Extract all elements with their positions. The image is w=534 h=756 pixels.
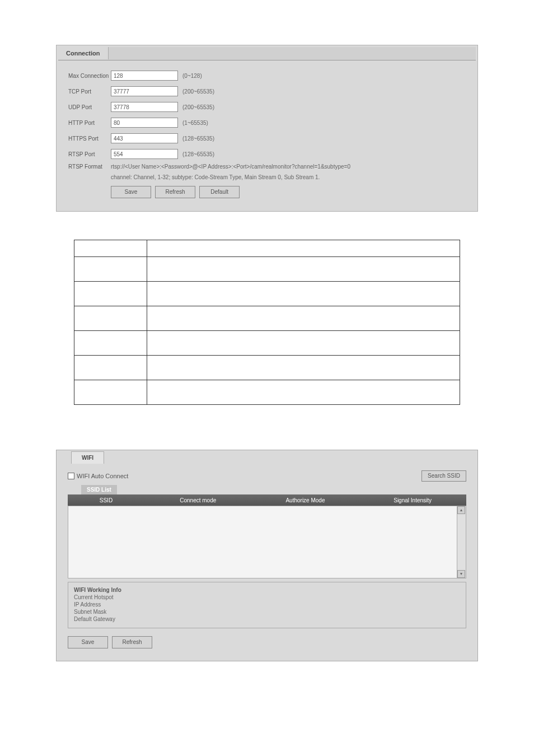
connection-form: Max Connection (0~128) TCP Port (200~655…: [58, 60, 476, 209]
refresh-button[interactable]: Refresh: [155, 186, 195, 198]
wifi-refresh-button[interactable]: Refresh: [112, 636, 152, 648]
table-cell: [74, 257, 147, 282]
row-max-connection: Max Connection (0~128): [68, 69, 466, 82]
input-max-connection[interactable]: [111, 71, 178, 81]
scroll-down-icon[interactable]: ▾: [457, 570, 465, 578]
tab-wifi[interactable]: WIFI: [71, 451, 104, 464]
table-cell: [74, 356, 147, 380]
wifi-working-info: WIFI Working Info Current Hotspot IP Add…: [68, 582, 466, 628]
wifi-top-row: WIFI Auto Connect Search SSID: [68, 470, 466, 482]
label-rtsp-format: RTSP Format: [68, 164, 111, 170]
hint-udp-port: (200~65535): [182, 104, 214, 110]
table-cell: [147, 356, 460, 380]
connection-tab-bar: Connection: [58, 47, 476, 60]
label-udp-port: UDP Port: [68, 104, 111, 110]
table-cell: [74, 306, 147, 331]
wifi-button-row: Save Refresh: [68, 636, 466, 648]
input-udp-port[interactable]: [111, 102, 178, 112]
col-header-authorize-mode: Authorize Mode: [252, 497, 359, 503]
table-row: [74, 380, 460, 405]
input-http-port[interactable]: [111, 118, 178, 128]
hint-tcp-port: (200~65535): [182, 88, 214, 95]
row-http-port: HTTP Port (1~65535): [68, 116, 466, 129]
ssid-table-header: SSID Connect mode Authorize Mode Signal …: [68, 494, 466, 506]
table-row: [74, 331, 460, 356]
wifi-body: WIFI Auto Connect Search SSID SSID List …: [58, 464, 476, 660]
wifi-panel: WIFI WIFI Auto Connect Search SSID SSID …: [56, 450, 478, 661]
wifi-ip-address: IP Address: [74, 601, 460, 608]
parameter-table: [74, 240, 460, 405]
connection-button-row: Save Refresh Default: [111, 186, 466, 198]
checkbox-icon: [68, 473, 74, 479]
table-cell: [147, 306, 460, 331]
table-header-cell: [74, 240, 147, 257]
table-cell: [147, 282, 460, 306]
row-tcp-port: TCP Port (200~65535): [68, 85, 466, 97]
wifi-auto-connect-label: WIFI Auto Connect: [77, 473, 128, 479]
hint-rtsp-port: (128~65535): [182, 151, 214, 157]
table-header-row: [74, 240, 460, 257]
wifi-default-gateway: Default Gateway: [74, 616, 460, 622]
label-https-port: HTTPS Port: [68, 136, 111, 142]
ssid-scrollbar[interactable]: ▴ ▾: [457, 506, 466, 578]
rtsp-format-line1: rtsp://<User Name>:<Password>@<IP Addres…: [111, 164, 350, 170]
table-cell: [74, 331, 147, 356]
table-cell: [147, 380, 460, 405]
hint-max-connection: (0~128): [182, 73, 202, 79]
table-cell: [74, 380, 147, 405]
wifi-auto-connect-checkbox[interactable]: WIFI Auto Connect: [68, 473, 128, 479]
row-rtsp-port: RTSP Port (128~65535): [68, 148, 466, 160]
table-row: [74, 356, 460, 380]
col-header-signal-intensity: Signal Intensity: [359, 497, 466, 503]
table-cell: [147, 331, 460, 356]
tab-connection[interactable]: Connection: [58, 47, 109, 59]
scroll-up-icon[interactable]: ▴: [457, 506, 465, 514]
ssid-list-container: ▴ ▾: [68, 506, 466, 578]
label-tcp-port: TCP Port: [68, 88, 111, 95]
ssid-list[interactable]: [68, 506, 457, 578]
wifi-save-button[interactable]: Save: [68, 636, 108, 648]
table-row: [74, 257, 460, 282]
search-ssid-button[interactable]: Search SSID: [421, 470, 466, 482]
connection-panel: Connection Max Connection (0~128) TCP Po…: [56, 45, 478, 212]
wifi-working-info-title: WIFI Working Info: [74, 587, 460, 593]
label-max-connection: Max Connection: [68, 73, 111, 79]
input-https-port[interactable]: [111, 133, 178, 143]
save-button[interactable]: Save: [111, 186, 151, 198]
row-udp-port: UDP Port (200~65535): [68, 101, 466, 113]
default-button[interactable]: Default: [199, 186, 240, 198]
label-http-port: HTTP Port: [68, 120, 111, 126]
col-header-ssid: SSID: [68, 497, 144, 503]
hint-https-port: (128~65535): [182, 136, 214, 142]
table-row: [74, 306, 460, 331]
wifi-subnet-mask: Subnet Mask: [74, 609, 460, 615]
col-header-connect-mode: Connect mode: [144, 497, 252, 503]
row-rtsp-format: RTSP Format rtsp://<User Name>:<Password…: [68, 164, 466, 170]
label-rtsp-port: RTSP Port: [68, 151, 111, 157]
input-rtsp-port[interactable]: [111, 149, 178, 159]
rtsp-format-line2: channel: Channel, 1-32; subtype: Code-St…: [111, 173, 466, 180]
table-row: [74, 282, 460, 306]
table-cell: [74, 282, 147, 306]
hint-http-port: (1~65535): [182, 120, 208, 126]
wifi-current-hotspot: Current Hotspot: [74, 594, 460, 600]
row-https-port: HTTPS Port (128~65535): [68, 132, 466, 144]
wifi-tab-bar: WIFI: [58, 451, 476, 464]
ssid-list-tab[interactable]: SSID List: [81, 485, 117, 494]
input-tcp-port[interactable]: [111, 86, 178, 96]
table-cell: [147, 257, 460, 282]
table-header-cell: [147, 240, 460, 257]
